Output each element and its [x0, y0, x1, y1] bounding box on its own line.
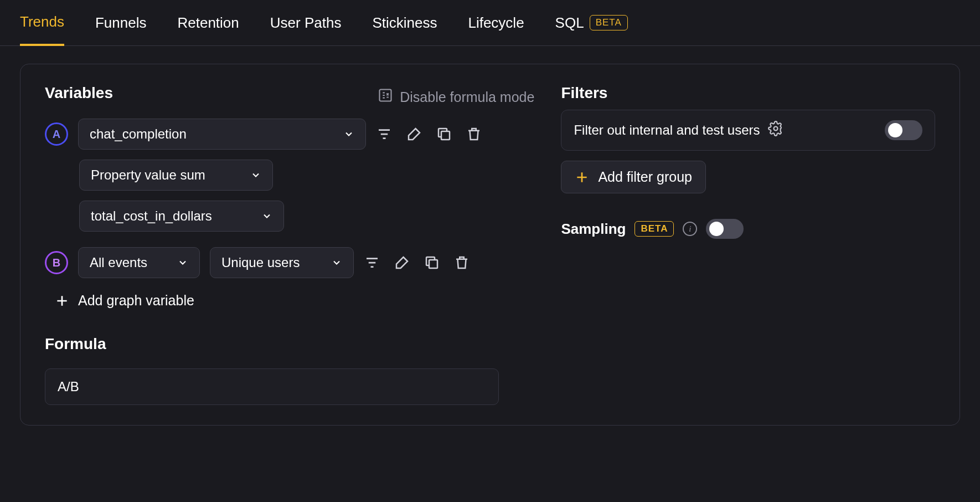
beta-badge: BETA: [590, 15, 628, 30]
sampling-toggle[interactable]: [706, 219, 744, 239]
tab-lifecycle[interactable]: Lifecycle: [468, 14, 524, 45]
svg-point-3: [773, 127, 777, 131]
plus-icon: [575, 170, 589, 185]
trash-icon[interactable]: [453, 254, 470, 271]
tab-trends[interactable]: Trends: [20, 13, 64, 46]
aggregation-select-a[interactable]: Property value sum: [79, 160, 273, 191]
event-select-b[interactable]: All events: [78, 247, 200, 278]
variable-row-b: B All events Unique users: [45, 247, 534, 278]
plus-icon: [55, 294, 69, 308]
filter-internal-label: Filter out internal and test users: [574, 122, 760, 138]
variables-column: Variables Disable formula mode A chat_co…: [45, 84, 534, 405]
aggregation-select-b[interactable]: Unique users: [210, 247, 354, 278]
tab-label: Trends: [20, 13, 64, 30]
tab-sql[interactable]: SQL BETA: [555, 14, 628, 45]
disable-formula-label: Disable formula mode: [400, 89, 534, 105]
chevron-down-icon: [331, 257, 342, 268]
filters-heading: Filters: [561, 84, 935, 102]
tab-label: Funnels: [95, 14, 147, 32]
tab-retention[interactable]: Retention: [177, 14, 239, 45]
variable-badge-b: B: [45, 251, 68, 274]
event-select-value: chat_completion: [90, 126, 187, 142]
disable-formula-button[interactable]: Disable formula mode: [378, 88, 534, 106]
copy-icon[interactable]: [436, 126, 452, 142]
property-value: total_cost_in_dollars: [91, 208, 212, 224]
variable-badge-a: A: [45, 122, 68, 146]
tab-label: User Paths: [270, 14, 342, 32]
aggregation-value: Unique users: [221, 255, 300, 270]
tab-label: Retention: [177, 14, 239, 32]
variable-actions: [364, 254, 470, 271]
aggregation-value: Property value sum: [91, 167, 205, 183]
add-filter-group-label: Add filter group: [598, 169, 692, 185]
add-variable-button[interactable]: Add graph variable: [55, 290, 534, 311]
info-icon[interactable]: i: [683, 222, 697, 236]
event-select-a[interactable]: chat_completion: [78, 119, 366, 150]
copy-icon[interactable]: [424, 254, 440, 271]
filters-column: Filters Filter out internal and test use…: [561, 84, 935, 405]
tab-label: Stickiness: [372, 14, 437, 32]
insight-tabs: Trends Funnels Retention User Paths Stic…: [0, 0, 980, 46]
gear-icon[interactable]: [768, 121, 783, 140]
edit-icon[interactable]: [394, 254, 410, 271]
variable-actions: [376, 126, 482, 142]
property-select-a[interactable]: total_cost_in_dollars: [79, 201, 284, 232]
chevron-down-icon: [261, 211, 272, 222]
tab-user-paths[interactable]: User Paths: [270, 14, 342, 45]
filter-internal-users: Filter out internal and test users: [561, 110, 935, 151]
trash-icon[interactable]: [466, 126, 482, 142]
tab-label: SQL: [555, 14, 584, 32]
svg-rect-0: [380, 90, 391, 101]
add-variable-label: Add graph variable: [78, 293, 194, 309]
svg-rect-1: [441, 131, 450, 140]
filter-icon[interactable]: [376, 126, 393, 142]
chevron-down-icon: [343, 129, 354, 140]
formula-section: Formula: [45, 335, 534, 405]
sampling-label: Sampling: [561, 221, 626, 238]
tab-label: Lifecycle: [468, 14, 524, 32]
variables-heading: Variables: [45, 84, 113, 102]
edit-icon[interactable]: [406, 126, 422, 142]
chevron-down-icon: [177, 257, 188, 268]
sampling-row: Sampling BETA i: [561, 219, 935, 239]
tab-stickiness[interactable]: Stickiness: [372, 14, 437, 45]
variable-row-a: A chat_completion: [45, 119, 534, 150]
event-select-value: All events: [90, 255, 147, 270]
beta-badge: BETA: [635, 221, 674, 237]
add-filter-group-button[interactable]: Add filter group: [561, 161, 706, 193]
query-panel: Variables Disable formula mode A chat_co…: [20, 64, 960, 426]
tab-funnels[interactable]: Funnels: [95, 14, 147, 45]
formula-icon: [378, 88, 393, 106]
filter-internal-toggle[interactable]: [885, 120, 922, 140]
filter-icon[interactable]: [364, 254, 380, 271]
formula-input[interactable]: [45, 368, 499, 405]
formula-heading: Formula: [45, 335, 534, 353]
svg-rect-2: [429, 260, 437, 268]
chevron-down-icon: [250, 170, 261, 181]
